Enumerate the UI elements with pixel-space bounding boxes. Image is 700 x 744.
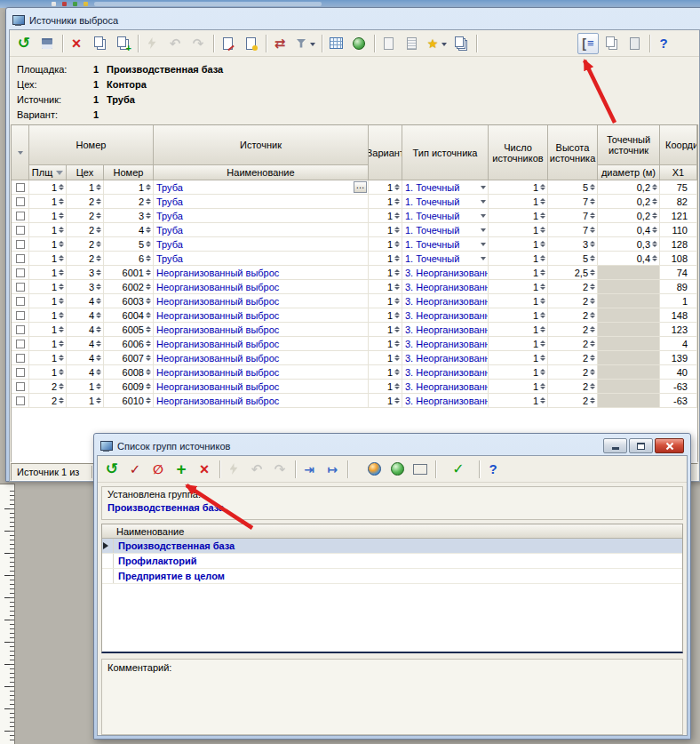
header-sub-diametr[interactable]: диаметр (м)	[598, 165, 660, 180]
spinner[interactable]	[540, 241, 545, 247]
spinner[interactable]	[96, 369, 101, 375]
spinner[interactable]	[394, 227, 400, 233]
spinner[interactable]	[96, 397, 101, 404]
cell-x1[interactable]: 108	[660, 252, 697, 265]
cell-variant[interactable]: 1	[369, 394, 402, 407]
redo-button[interactable]	[269, 459, 290, 480]
cell-tseh[interactable]: 3	[67, 266, 104, 279]
spinner[interactable]	[394, 241, 400, 247]
cell-plsh[interactable]: 1	[29, 337, 67, 350]
cell-nomer[interactable]: 6007	[104, 351, 154, 364]
row-checkbox[interactable]	[16, 212, 25, 220]
cell-diametr[interactable]: 0,3	[598, 237, 660, 251]
cell-variant[interactable]: 1	[369, 223, 402, 236]
cell-nomer[interactable]: 6002	[104, 280, 154, 293]
spinner[interactable]	[652, 255, 657, 261]
spinner[interactable]	[540, 340, 545, 347]
cell-vysota[interactable]: 2	[548, 394, 598, 407]
undo-button[interactable]	[246, 459, 267, 480]
spinner[interactable]	[146, 255, 151, 261]
globe-doc-button[interactable]	[348, 33, 370, 54]
spinner[interactable]	[590, 284, 595, 290]
table-row[interactable]: 136001Неорганизованный выброс13. Неорган…	[12, 266, 697, 280]
spinner[interactable]	[540, 255, 545, 261]
filter-button[interactable]	[292, 33, 317, 54]
cell-diametr[interactable]: 0,4	[598, 252, 660, 265]
cell-variant[interactable]: 1	[369, 252, 402, 265]
cell-tseh[interactable]: 4	[67, 323, 104, 336]
cell-plsh[interactable]: 1	[29, 294, 67, 308]
cell-vysota[interactable]: 2	[548, 365, 598, 379]
cell-variant[interactable]: 1	[369, 308, 402, 322]
cell-vysota[interactable]: 5	[548, 252, 598, 265]
save-button[interactable]	[36, 33, 58, 54]
cell-tip[interactable]: 1. Точечный	[402, 252, 489, 265]
groups-list-header[interactable]: Наименование	[102, 524, 682, 539]
cell-chislo[interactable]: 1	[489, 237, 548, 251]
cell-plsh[interactable]: 1	[29, 195, 67, 208]
cell-plsh[interactable]: 1	[29, 351, 67, 364]
cell-nomer[interactable]: 6005	[104, 323, 154, 336]
spinner[interactable]	[96, 241, 101, 247]
spinner[interactable]	[590, 326, 595, 332]
cell-nomer[interactable]: 6	[104, 252, 154, 265]
report-button[interactable]	[217, 33, 238, 54]
cell-variant[interactable]: 1	[369, 351, 402, 364]
cell-tip[interactable]: 3. Неорганизованный	[402, 380, 489, 393]
cell-chislo[interactable]: 1	[489, 252, 548, 265]
cell-tseh[interactable]: 2	[67, 237, 104, 251]
row-checkbox[interactable]	[16, 254, 25, 263]
cell-nomer[interactable]: 6001	[104, 266, 154, 279]
cell-chislo[interactable]: 1	[489, 365, 548, 379]
cell-plsh[interactable]: 1	[29, 323, 67, 336]
table-row[interactable]: 126Труба11. Точечный150,4108	[12, 252, 697, 266]
delete-button[interactable]	[66, 33, 87, 54]
redo-button[interactable]	[187, 33, 209, 54]
spinner[interactable]	[590, 312, 595, 318]
del-button[interactable]	[194, 459, 215, 480]
header-group-istochnik[interactable]: Источник	[154, 125, 369, 165]
cell-tip[interactable]: 3. Неорганизованный	[402, 280, 489, 293]
cell-diametr[interactable]	[598, 380, 660, 393]
table-row[interactable]: 122Труба11. Точечный170,282	[12, 195, 697, 209]
cell-plsh[interactable]: 1	[29, 180, 67, 194]
cell-plsh[interactable]: 1	[29, 252, 67, 265]
cell-vysota[interactable]: 3	[548, 237, 598, 251]
spinner[interactable]	[59, 284, 64, 290]
cell-chislo[interactable]: 1	[489, 323, 548, 336]
cell-x1[interactable]: -63	[660, 380, 697, 393]
cell-diametr[interactable]	[598, 294, 660, 308]
spinner[interactable]	[59, 255, 64, 261]
cell-tseh[interactable]: 1	[67, 380, 104, 393]
spinner[interactable]	[59, 227, 64, 233]
spinner[interactable]	[146, 312, 151, 318]
cell-chislo[interactable]: 1	[489, 223, 548, 236]
cell-tip[interactable]: 3. Неорганизованный	[402, 294, 489, 308]
apply-button[interactable]	[124, 459, 146, 480]
row-checkbox[interactable]	[16, 268, 25, 277]
header-variant[interactable]: Вариант	[369, 125, 402, 180]
cell-nomer[interactable]: 1	[104, 180, 154, 194]
paste-page-button[interactable]	[624, 33, 645, 54]
cell-name[interactable]: Труба	[154, 237, 369, 251]
cell-nomer[interactable]: 6004	[104, 308, 154, 322]
cell-tip[interactable]: 3. Неорганизованный	[402, 365, 489, 379]
spinner[interactable]	[540, 397, 545, 404]
header-sub-tseh[interactable]: Цех	[67, 165, 104, 180]
spinner[interactable]	[540, 298, 545, 304]
row-checkbox[interactable]	[16, 197, 25, 206]
header-sub-naimenovanie[interactable]: Наименование	[154, 165, 369, 180]
spinner[interactable]	[96, 383, 101, 389]
dialog-titlebar[interactable]: Список групп источников	[97, 436, 688, 455]
cell-x1[interactable]: -63	[660, 394, 697, 407]
cell-x1[interactable]: 74	[660, 266, 697, 279]
table-row[interactable]: 146007Неорганизованный выброс13. Неорган…	[12, 351, 697, 365]
cell-tseh[interactable]: 1	[67, 394, 104, 407]
spinner[interactable]	[590, 184, 595, 190]
cell-tip[interactable]: 1. Точечный	[402, 195, 489, 208]
cell-tip[interactable]: 1. Точечный	[402, 223, 489, 236]
cell-name[interactable]: Неорганизованный выброс	[154, 280, 369, 293]
header-koordinaty[interactable]: Координаты	[660, 125, 697, 165]
row-checkbox[interactable]	[16, 297, 25, 306]
group-row[interactable]: Профилакторий	[102, 554, 682, 569]
